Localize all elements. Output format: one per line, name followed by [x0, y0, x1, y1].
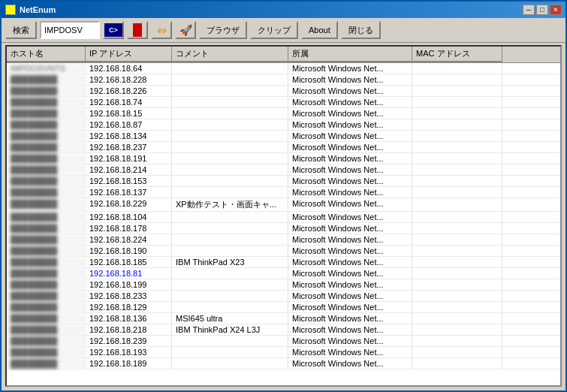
cell-comment	[172, 131, 288, 141]
cell-ip: 192.168.18.15	[86, 108, 172, 119]
table-row[interactable]: ████████192.168.18.191Microsoft Windows …	[7, 153, 560, 164]
table-body: IMPDOSVNTS192.168.18.64Microsoft Windows…	[7, 63, 560, 369]
table-row[interactable]: ████████192.168.18.129Microsoft Windows …	[7, 302, 560, 313]
cell-hostname: ████████	[7, 187, 86, 198]
table-row[interactable]: ████████192.168.18.134Microsoft Windows …	[7, 131, 560, 142]
cell-comment: IBM ThinkPad X23	[172, 257, 288, 267]
cell-ip: 192.168.18.189	[86, 358, 172, 369]
cell-hostname: ████████	[7, 279, 86, 290]
window-title: NetEnum	[20, 5, 56, 14]
minimize-button[interactable]: ─	[523, 5, 535, 15]
red-icon-button[interactable]	[127, 21, 148, 39]
cell-hostname: ████████	[7, 108, 86, 119]
cell-comment	[172, 142, 288, 152]
table-row[interactable]: ████████192.168.18.137Microsoft Windows …	[7, 187, 560, 198]
table-row[interactable]: IMPDOSVNTS192.168.18.64Microsoft Windows…	[7, 63, 560, 74]
table-row[interactable]: ████████192.168.18.193Microsoft Windows …	[7, 347, 560, 358]
cell-owner: Microsoft Windows Net...	[288, 302, 412, 312]
cell-ip: 192.168.18.228	[86, 74, 172, 85]
cell-mac	[412, 234, 502, 245]
table-row[interactable]: ████████192.168.18.239Microsoft Windows …	[7, 336, 560, 347]
cell-owner: Microsoft Windows Net...	[288, 358, 412, 369]
cell-ip: 192.168.18.136	[86, 313, 172, 324]
search-button[interactable]: 検索	[5, 21, 37, 39]
header-ip: IP アドレス	[86, 47, 172, 62]
about-button[interactable]: About	[301, 21, 338, 39]
rocket-icon: 🚀	[179, 24, 192, 36]
title-bar: NetEnum ─ □ ✕	[2, 2, 565, 18]
table-row[interactable]: ████████192.168.18.87Microsoft Windows N…	[7, 119, 560, 131]
table-row[interactable]: ████████192.168.18.81Microsoft Windows N…	[7, 268, 560, 279]
search-input[interactable]	[40, 21, 100, 39]
cell-hostname: ████████	[7, 212, 86, 222]
cell-mac	[412, 324, 502, 335]
arrow-icon-button[interactable]: ⇔	[151, 21, 172, 39]
table-row[interactable]: ████████192.168.18.233Microsoft Windows …	[7, 291, 560, 302]
table-row[interactable]: ████████192.168.18.185IBM ThinkPad X23Mi…	[7, 257, 560, 268]
close-button[interactable]: 閉じる	[341, 21, 381, 39]
table-row[interactable]: ████████192.168.18.189Microsoft Windows …	[7, 358, 560, 369]
cell-owner: Microsoft Windows Net...	[288, 279, 412, 290]
table-row[interactable]: ████████192.168.18.74Microsoft Windows N…	[7, 97, 560, 108]
title-controls: ─ □ ✕	[523, 5, 562, 15]
cell-ip: 192.168.18.191	[86, 153, 172, 164]
table-row[interactable]: ████████192.168.18.224Microsoft Windows …	[7, 234, 560, 246]
table-row[interactable]: ████████192.168.18.226Microsoft Windows …	[7, 86, 560, 97]
cell-mac	[412, 119, 502, 130]
table-row[interactable]: ████████192.168.18.237Microsoft Windows …	[7, 142, 560, 153]
cell-comment	[172, 358, 288, 369]
cell-hostname: ████████	[7, 131, 86, 141]
cell-owner: Microsoft Windows Net...	[288, 97, 412, 107]
cell-ip: 192.168.18.178	[86, 223, 172, 234]
cell-comment	[172, 153, 288, 164]
table-row[interactable]: ████████192.168.18.190Microsoft Windows …	[7, 246, 560, 257]
cell-owner: Microsoft Windows Net...	[288, 108, 412, 119]
browser-button[interactable]: ブラウザ	[199, 21, 247, 39]
cell-owner: Microsoft Windows Net...	[288, 268, 412, 279]
cell-mac	[412, 63, 502, 74]
cell-ip: 192.168.18.190	[86, 246, 172, 256]
cell-mac	[412, 142, 502, 152]
table-row[interactable]: ████████192.168.18.178Microsoft Windows …	[7, 223, 560, 234]
table-row[interactable]: ████████192.168.18.228Microsoft Windows …	[7, 74, 560, 86]
cell-hostname: ████████	[7, 302, 86, 312]
close-window-button[interactable]: ✕	[550, 5, 562, 15]
table-row[interactable]: ████████192.168.18.218IBM ThinkPad X24 L…	[7, 324, 560, 336]
table-row[interactable]: ████████192.168.18.199Microsoft Windows …	[7, 279, 560, 291]
table-row[interactable]: ████████192.168.18.136MSI645 ultraMicros…	[7, 313, 560, 324]
host-list[interactable]: ホスト名 IP アドレス コメント 所属 MAC アドレス IMPDOSVNTS…	[5, 45, 562, 387]
table-row[interactable]: ████████192.168.18.229XP動作テスト・画面キャ...Mic…	[7, 198, 560, 212]
maximize-button[interactable]: □	[536, 5, 548, 15]
cell-ip: 192.168.18.218	[86, 324, 172, 335]
app-icon	[5, 5, 16, 15]
cmd-icon-button[interactable]: C>	[103, 21, 124, 39]
table-row[interactable]: ████████192.168.18.15Microsoft Windows N…	[7, 108, 560, 119]
table-row[interactable]: ████████192.168.18.214Microsoft Windows …	[7, 164, 560, 176]
cell-mac	[412, 97, 502, 107]
cell-mac	[412, 74, 502, 85]
cell-mac	[412, 336, 502, 346]
rocket-icon-button[interactable]: 🚀	[175, 21, 196, 39]
cell-mac	[412, 223, 502, 234]
cell-ip: 192.168.18.237	[86, 142, 172, 152]
table-row[interactable]: ████████192.168.18.153Microsoft Windows …	[7, 176, 560, 187]
clip-button[interactable]: クリップ	[250, 21, 298, 39]
table-row[interactable]: ████████192.168.18.104Microsoft Windows …	[7, 212, 560, 223]
cell-comment	[172, 336, 288, 346]
cell-mac	[412, 291, 502, 301]
header-hostname: ホスト名	[7, 47, 86, 62]
cell-ip: 192.168.18.134	[86, 131, 172, 141]
cell-comment	[172, 268, 288, 279]
cell-ip: 192.168.18.224	[86, 234, 172, 245]
cell-owner: Microsoft Windows Net...	[288, 198, 412, 211]
cell-hostname: ████████	[7, 198, 86, 211]
cell-hostname: ████████	[7, 234, 86, 245]
cell-ip: 192.168.18.199	[86, 279, 172, 290]
cell-owner: Microsoft Windows Net...	[288, 212, 412, 222]
cell-comment	[172, 164, 288, 175]
header-owner: 所属	[288, 47, 412, 62]
toolbar: 検索 C> ⇔ 🚀 ブラウザ クリップ About 閉じる	[2, 18, 565, 43]
cell-owner: Microsoft Windows Net...	[288, 164, 412, 175]
cell-hostname: ████████	[7, 153, 86, 164]
cell-comment	[172, 63, 288, 74]
